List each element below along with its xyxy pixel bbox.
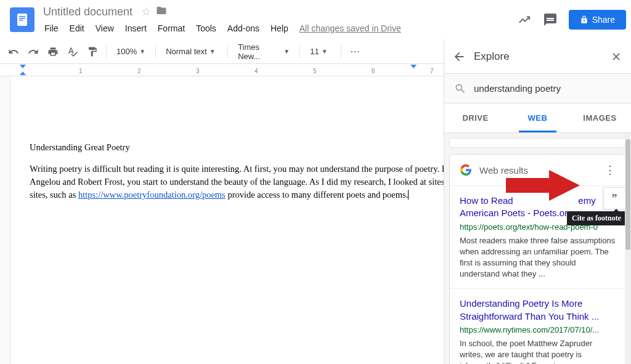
result-title[interactable]: Understanding Poetry Is More Straightfor… [460, 297, 616, 323]
annotation-arrow [506, 170, 580, 203]
comments-icon[interactable] [543, 12, 558, 27]
explore-search [444, 74, 631, 103]
menu-edit[interactable]: Edit [65, 21, 89, 36]
explore-header: Explore [444, 39, 631, 74]
spellcheck-button[interactable] [64, 43, 81, 60]
explore-title: Explore [474, 51, 601, 63]
ruler[interactable]: 1 2 3 4 5 6 7 [0, 64, 444, 76]
result-snippet: In school, the poet Matthew Zapruder wri… [460, 338, 616, 364]
paint-format-button[interactable] [84, 43, 101, 60]
activity-icon[interactable] [517, 12, 532, 27]
cite-footnote-button[interactable]: ” Cite as footnote [603, 187, 625, 209]
close-icon[interactable] [609, 49, 624, 64]
svg-rect-2 [19, 18, 25, 19]
back-icon[interactable] [452, 49, 466, 64]
fontsize-select[interactable]: 11▼ [305, 43, 336, 60]
menu-addons[interactable]: Add-ons [222, 21, 264, 36]
header-right: Share [517, 10, 626, 30]
star-icon[interactable]: ☆ [141, 5, 151, 18]
text-cursor [408, 190, 409, 200]
menu-view[interactable]: View [91, 21, 119, 36]
more-tools-button[interactable]: ⋯ [346, 43, 364, 60]
menu-help[interactable]: Help [266, 21, 293, 36]
app-header: Untitled document ☆ File Edit View Inser… [0, 0, 631, 39]
explore-search-input[interactable] [474, 83, 621, 94]
undo-button[interactable] [5, 43, 22, 60]
google-logo-icon [460, 164, 472, 176]
cite-tooltip: Cite as footnote [567, 211, 626, 225]
svg-marker-4 [506, 170, 580, 201]
menu-file[interactable]: File [39, 21, 63, 36]
svg-rect-3 [19, 20, 23, 21]
learn-more-peek [449, 138, 626, 148]
font-select[interactable]: Times New...▼ [233, 43, 295, 60]
share-label: Share [592, 15, 615, 25]
folder-icon[interactable] [156, 5, 167, 19]
tab-web[interactable]: WEB [507, 103, 569, 132]
result-snippet: Most readers make three false assumption… [460, 235, 616, 280]
search-result: Understanding Poetry Is More Straightfor… [450, 289, 625, 364]
zoom-select[interactable]: 100%▼ [112, 43, 150, 60]
docs-logo[interactable] [10, 7, 35, 32]
menu-insert[interactable]: Insert [120, 21, 152, 36]
more-icon[interactable]: ⋮ [605, 163, 616, 177]
menu-format[interactable]: Format [153, 21, 190, 36]
tab-drive[interactable]: DRIVE [444, 103, 507, 132]
result-url: https://www.nytimes.com/2017/07/10/... [460, 325, 616, 334]
explore-scrollbar[interactable] [625, 133, 631, 364]
doc-link-2[interactable]: https://www.poetryfoundation.org/poems [78, 190, 226, 200]
doc-title[interactable]: Untitled document [39, 4, 136, 20]
share-button[interactable]: Share [569, 10, 626, 30]
save-status[interactable]: All changes saved in Drive [295, 21, 406, 36]
title-area: Untitled document ☆ File Edit View Inser… [39, 4, 517, 36]
search-icon [454, 83, 466, 95]
tab-images[interactable]: IMAGES [569, 103, 631, 132]
redo-button[interactable] [25, 43, 42, 60]
explore-panel: Explore DRIVE WEB IMAGES Web results ⋮ [444, 39, 631, 364]
menu-bar: File Edit View Insert Format Tools Add-o… [39, 21, 517, 36]
explore-body[interactable]: Web results ⋮ How to Read a Poem | Acad … [444, 133, 631, 364]
style-select[interactable]: Normal text▼ [161, 43, 222, 60]
scrollbar-thumb[interactable] [625, 139, 630, 250]
svg-rect-1 [19, 16, 25, 17]
explore-tabs: DRIVE WEB IMAGES [444, 103, 631, 133]
menu-tools[interactable]: Tools [191, 21, 221, 36]
print-button[interactable] [44, 43, 62, 60]
